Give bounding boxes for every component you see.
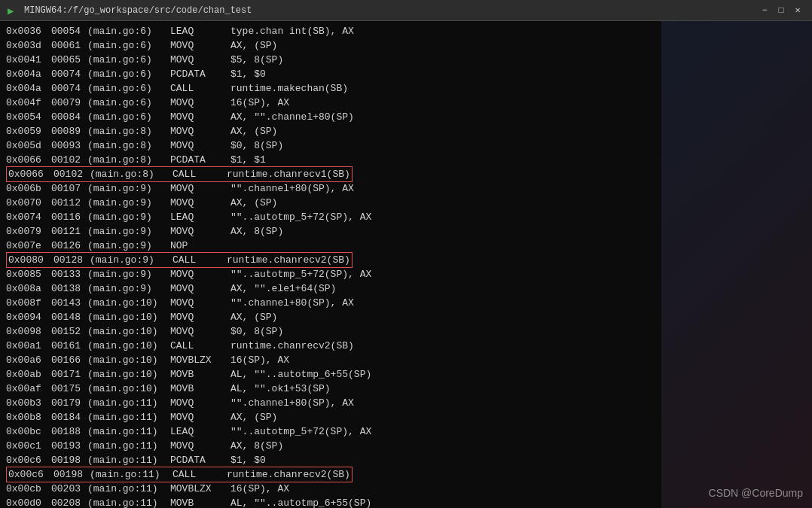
address2: 00116 xyxy=(51,210,87,224)
table-row: 0x003d00061(main.go:6)MOVQAX, (SP) xyxy=(0,38,812,53)
address1: 0x0098 xyxy=(6,324,51,339)
arguments: ""..autotmp_5+72(SP), AX xyxy=(230,424,371,439)
location: (main.go:11) xyxy=(90,467,172,482)
address1: 0x00cb xyxy=(6,482,51,496)
opcode: MOVQ xyxy=(170,110,230,124)
address1: 0x0041 xyxy=(6,53,51,67)
opcode: PCDATA xyxy=(170,453,230,467)
table-row: 0x00c600198(main.go:11)CALLruntime.chanr… xyxy=(0,467,812,482)
table-row: 0x00c600198(main.go:11)PCDATA$1, $0 xyxy=(0,453,812,467)
table-row: 0x00cb00203(main.go:11)MOVBLZX16(SP), AX xyxy=(0,482,812,496)
opcode: CALL xyxy=(170,339,230,353)
location: (main.go:10) xyxy=(87,296,170,310)
opcode: LEAQ xyxy=(170,424,230,439)
arguments: AX, 8(SP) xyxy=(230,439,283,453)
location: (main.go:6) xyxy=(87,53,170,67)
location: (main.go:11) xyxy=(87,424,170,439)
table-row: 0x007e00126(main.go:9)NOP xyxy=(0,239,812,253)
address1: 0x00b8 xyxy=(6,410,51,424)
location: (main.go:10) xyxy=(87,353,170,367)
arguments: AL, ""..autotmp_6+55(SP) xyxy=(230,496,371,508)
table-row: 0x007400116(main.go:9)LEAQ""..autotmp_5+… xyxy=(0,210,812,224)
arguments: runtime.chanrecv2(SB) xyxy=(227,467,350,482)
address1: 0x0066 xyxy=(8,167,53,181)
address2: 00171 xyxy=(51,367,87,382)
table-row: 0x008a00138(main.go:9)MOVQAX, "".ele1+64… xyxy=(0,281,812,296)
address1: 0x0074 xyxy=(6,210,51,224)
arguments: $0, 8(SP) xyxy=(230,324,283,339)
location: (main.go:10) xyxy=(87,367,170,382)
address2: 00198 xyxy=(53,467,90,482)
opcode: LEAQ xyxy=(170,210,230,224)
table-row: 0x00af00175(main.go:10)MOVBAL, "".ok1+53… xyxy=(0,382,812,396)
opcode: MOVQ xyxy=(170,38,230,53)
location: (main.go:8) xyxy=(87,138,170,153)
opcode: MOVQ xyxy=(170,138,230,153)
table-row: 0x00a600166(main.go:10)MOVBLZX16(SP), AX xyxy=(0,353,812,367)
arguments: $1, $0 xyxy=(230,67,266,81)
terminal-content: 0x003600054(main.go:6)LEAQtype.chan int(… xyxy=(0,21,812,508)
address1: 0x00ab xyxy=(6,367,51,382)
location: (main.go:9) xyxy=(90,253,172,267)
opcode: CALL xyxy=(172,467,227,482)
address1: 0x008f xyxy=(6,296,51,310)
address2: 00193 xyxy=(51,439,87,453)
address2: 00166 xyxy=(51,353,87,367)
location: (main.go:11) xyxy=(87,453,170,467)
location: (main.go:9) xyxy=(87,210,170,224)
address2: 00179 xyxy=(51,396,87,410)
address2: 00148 xyxy=(51,310,87,324)
location: (main.go:9) xyxy=(87,181,170,196)
table-row: 0x00b800184(main.go:11)MOVQAX, (SP) xyxy=(0,410,812,424)
address1: 0x005d xyxy=(6,138,51,153)
location: (main.go:9) xyxy=(87,196,170,210)
location: (main.go:6) xyxy=(87,96,170,110)
arguments: 16(SP), AX xyxy=(230,482,289,496)
minimize-button[interactable]: − xyxy=(758,4,771,17)
location: (main.go:11) xyxy=(87,410,170,424)
location: (main.go:9) xyxy=(87,224,170,239)
arguments: type.chan int(SB), AX xyxy=(230,24,354,38)
location: (main.go:10) xyxy=(87,324,170,339)
arguments: AX, (SP) xyxy=(230,124,277,138)
location: (main.go:8) xyxy=(87,153,170,167)
address1: 0x00a1 xyxy=(6,339,51,353)
location: (main.go:6) xyxy=(87,38,170,53)
address1: 0x004a xyxy=(6,67,51,81)
address2: 00102 xyxy=(51,153,87,167)
table-row: 0x005900089(main.go:8)MOVQAX, (SP) xyxy=(0,124,812,138)
opcode: MOVB xyxy=(170,382,230,396)
arguments: runtime.chanrecv1(SB) xyxy=(227,167,350,181)
location: (main.go:6) xyxy=(87,81,170,96)
address2: 00138 xyxy=(51,281,87,296)
table-row: 0x009800152(main.go:10)MOVQ$0, 8(SP) xyxy=(0,324,812,339)
location: (main.go:10) xyxy=(87,310,170,324)
table-row: 0x00d000208(main.go:11)MOVBAL, ""..autot… xyxy=(0,496,812,508)
opcode: MOVQ xyxy=(170,196,230,210)
opcode: MOVQ xyxy=(170,96,230,110)
arguments: $1, $0 xyxy=(230,453,266,467)
address2: 00074 xyxy=(51,81,87,96)
table-row: 0x00ab00171(main.go:10)MOVBAL, ""..autot… xyxy=(0,367,812,382)
arguments: AL, "".ok1+53(SP) xyxy=(230,382,331,396)
address2: 00089 xyxy=(51,124,87,138)
address1: 0x0085 xyxy=(6,267,51,281)
address2: 00143 xyxy=(51,296,87,310)
location: (main.go:11) xyxy=(87,439,170,453)
opcode: MOVQ xyxy=(170,310,230,324)
opcode: MOVQ xyxy=(170,396,230,410)
arguments: AX, 8(SP) xyxy=(230,224,283,239)
opcode: CALL xyxy=(170,81,230,96)
table-row: 0x00bc00188(main.go:11)LEAQ""..autotmp_5… xyxy=(0,424,812,439)
maximize-button[interactable]: □ xyxy=(774,4,788,17)
table-row: 0x006600102(main.go:8)CALLruntime.chanre… xyxy=(0,167,812,181)
location: (main.go:11) xyxy=(87,396,170,410)
location: (main.go:6) xyxy=(87,110,170,124)
arguments: AX, (SP) xyxy=(230,38,277,53)
location: (main.go:9) xyxy=(87,281,170,296)
close-button[interactable]: ✕ xyxy=(791,4,804,17)
arguments: AL, ""..autotmp_6+55(SP) xyxy=(230,367,371,382)
address2: 00054 xyxy=(51,24,87,38)
table-row: 0x003600054(main.go:6)LEAQtype.chan int(… xyxy=(0,24,812,38)
address2: 00208 xyxy=(51,496,87,508)
